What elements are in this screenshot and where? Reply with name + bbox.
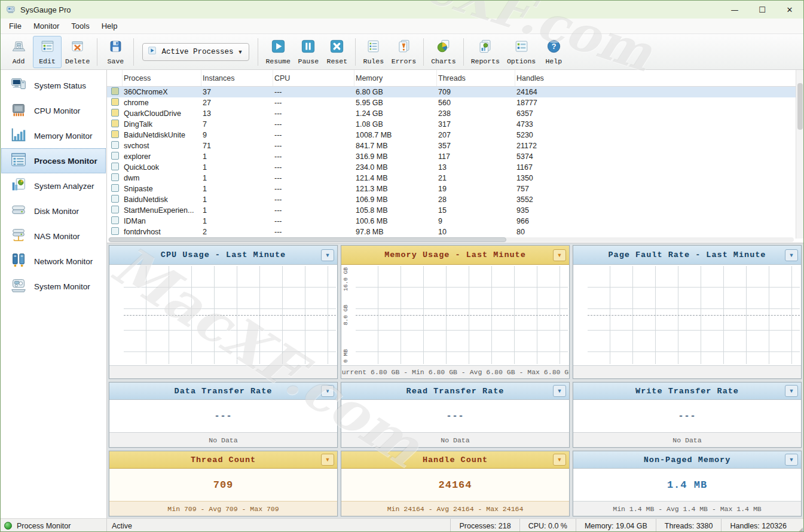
panel-menu-button[interactable]: ▼	[321, 385, 334, 397]
horizontal-scrollbar-thumb[interactable]	[109, 237, 506, 242]
toolbar-button-label: Pause	[298, 57, 319, 65]
process-icon-cell	[107, 141, 123, 151]
panel-header: Handle Count▼	[341, 451, 569, 469]
cell-cpu: ---	[273, 99, 354, 107]
process-icon	[111, 206, 119, 213]
menu-tools[interactable]: Tools	[65, 19, 95, 33]
table-row[interactable]: explorer1---316.9 MB1175374	[107, 151, 803, 162]
sidebar-item-system-analyzer[interactable]: System Analyzer	[1, 173, 106, 198]
table-row[interactable]: svchost71---841.7 MB35721172	[107, 140, 803, 151]
panel-header: CPU Usage - Last Minute▼	[109, 246, 337, 265]
panel-menu-button[interactable]: ▼	[321, 249, 334, 261]
sidebar-item-nas-monitor[interactable]: NAS Monitor	[1, 224, 106, 249]
active-processes-dropdown[interactable]: Active Processes▼	[142, 43, 249, 61]
reset-button[interactable]: Reset	[323, 36, 351, 68]
table-row[interactable]: StartMenuExperien...1---105.8 MB15935	[107, 205, 803, 216]
close-button[interactable]: ✕	[776, 1, 803, 19]
toolbar-separator	[423, 38, 424, 66]
rules-button[interactable]: Rules	[359, 36, 388, 68]
table-row[interactable]: fontdrvhost2---97.8 MB1080	[107, 227, 803, 237]
menu-file[interactable]: File	[3, 19, 27, 33]
analyzer-icon	[10, 176, 27, 196]
process-icon-cell	[107, 173, 123, 183]
sidebar-item-label: System Monitor	[34, 282, 90, 291]
table-row[interactable]: 360ChromeX37---6.80 GB70924164	[107, 87, 803, 97]
panel-header: Non-Paged Memory▼	[573, 451, 801, 469]
menu-help[interactable]: Help	[96, 19, 124, 33]
vertical-scrollbar-thumb[interactable]	[797, 83, 803, 130]
vertical-scrollbar[interactable]	[796, 70, 803, 239]
panel-footer: Min 1.4 MB - Avg 1.4 MB - Max 1.4 MB	[573, 501, 801, 516]
cell-cpu: ---	[273, 185, 354, 193]
app-icon	[5, 4, 16, 15]
panel-thread-count: Thread Count▼709Min 709 - Avg 709 - Max …	[109, 451, 338, 516]
sidebar-item-network-monitor[interactable]: Network Monitor	[1, 249, 106, 274]
panel-menu-button[interactable]: ▼	[785, 249, 798, 261]
sidebar-item-memory-monitor[interactable]: Memory Monitor	[1, 123, 106, 148]
pause-button[interactable]: Pause	[294, 36, 323, 68]
column-header-process[interactable]: Process	[123, 70, 201, 86]
edit-button[interactable]: Edit	[33, 36, 62, 68]
panel-menu-button[interactable]: ▼	[553, 249, 566, 261]
column-header-memory[interactable]: Memory	[354, 70, 437, 86]
toolbar-separator	[463, 38, 464, 66]
panel-menu-button[interactable]: ▼	[553, 385, 566, 397]
errors-button[interactable]: Errors	[388, 36, 420, 68]
table-row[interactable]: IDMan1---100.6 MB9966	[107, 216, 803, 227]
panel-menu-button[interactable]: ▼	[785, 454, 798, 466]
cell-memory: 121.4 MB	[354, 174, 437, 182]
charts-button[interactable]: Charts	[427, 36, 459, 68]
table-row[interactable]: QuickLook1---234.0 MB131167	[107, 162, 803, 173]
panel-footer: No Data	[109, 432, 337, 447]
panel-menu-button[interactable]: ▼	[321, 454, 334, 466]
sidebar-item-disk-monitor[interactable]: Disk Monitor	[1, 198, 106, 224]
panel-menu-button[interactable]: ▼	[553, 454, 566, 466]
cell-handles: 3552	[515, 195, 803, 204]
panel-data-transfer-rate: Data Transfer Rate▼---No Data	[109, 382, 338, 448]
sidebar-item-system-status[interactable]: System Status	[1, 73, 106, 98]
column-header-handles[interactable]: Handles	[515, 70, 803, 86]
cell-cpu: ---	[273, 152, 354, 161]
cell-cpu: ---	[273, 120, 354, 129]
help-button[interactable]: ?Help	[539, 36, 568, 68]
toolbar-separator	[97, 38, 97, 66]
menu-monitor[interactable]: Monitor	[27, 19, 65, 33]
system-monitor-icon	[10, 276, 27, 296]
table-row[interactable]: BaiduNetdiskUnite9---1008.7 MB2075230	[107, 130, 803, 140]
save-button[interactable]: Save	[101, 36, 130, 68]
horizontal-scrollbar[interactable]	[108, 237, 794, 242]
column-header-threads[interactable]: Threads	[437, 70, 515, 86]
column-header-instances[interactable]: Instances	[201, 70, 273, 86]
sidebar-item-system-monitor[interactable]: System Monitor	[1, 274, 106, 299]
table-row[interactable]: QuarkCloudDrive13---1.24 GB2386357	[107, 108, 803, 119]
panel-menu-button[interactable]: ▼	[785, 385, 798, 397]
cell-process: svchost	[123, 142, 201, 150]
add-button[interactable]: Add	[4, 36, 33, 68]
process-icon-cell	[107, 184, 123, 194]
options-button[interactable]: Options	[503, 36, 539, 68]
table-row[interactable]: Snipaste1---121.3 MB19757	[107, 184, 803, 194]
dropdown-label: Active Processes	[161, 48, 233, 56]
sidebar-item-label: Disk Monitor	[34, 207, 79, 216]
sidebar-item-cpu-monitor[interactable]: CPU Monitor	[1, 98, 106, 123]
resize-grip[interactable]	[795, 519, 803, 532]
table-row[interactable]: dwm1---121.4 MB211350	[107, 173, 803, 184]
reports-button[interactable]: Reports	[467, 36, 503, 68]
table-row[interactable]: BaiduNetdisk1---106.9 MB283552	[107, 194, 803, 205]
minimize-button[interactable]: —	[721, 1, 748, 19]
window-title: SysGauge Pro	[20, 5, 71, 14]
cell-process: QuarkCloudDrive	[123, 109, 201, 118]
column-header-cpu[interactable]: CPU	[273, 70, 354, 86]
panel-read-transfer-rate: Read Transfer Rate▼---No Data	[341, 382, 570, 448]
maximize-button[interactable]: ☐	[748, 1, 776, 19]
cell-memory: 1008.7 MB	[354, 131, 437, 139]
table-row[interactable]: DingTalk7---1.08 GB3174733	[107, 119, 803, 130]
table-row[interactable]: chrome27---5.95 GB56018777	[107, 97, 803, 108]
delete-icon	[69, 38, 85, 57]
sidebar-item-process-monitor[interactable]: Process Monitor	[1, 148, 106, 173]
chevron-down-icon: ▼	[557, 457, 563, 463]
resume-button[interactable]: Resume	[262, 36, 294, 68]
toolbar-button-label: Help	[545, 57, 562, 65]
cell-instances: 1	[201, 152, 273, 161]
delete-button[interactable]: Delete	[62, 36, 93, 68]
